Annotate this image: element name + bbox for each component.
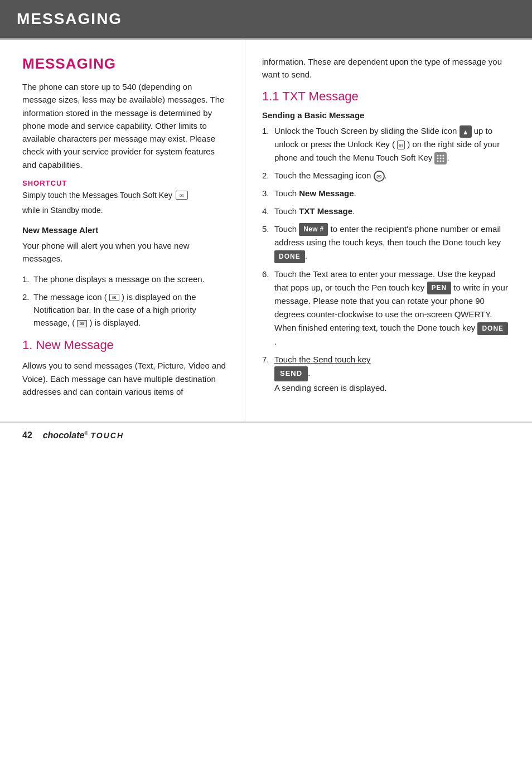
- sending-heading: Sending a Basic Message: [262, 110, 510, 120]
- list-item: 1. The phone displays a message on the s…: [22, 273, 228, 285]
- top-header: MESSAGING: [0, 0, 532, 40]
- list-item: 4. Touch TXT Message.: [262, 205, 510, 218]
- main-content: MESSAGING The phone can store up to 540 …: [0, 40, 532, 422]
- new-message-text: Allows you to send messages (Text, Pictu…: [22, 359, 228, 398]
- shortcut-text-content: Simply touch the Messages Touch Soft Key: [22, 190, 172, 201]
- messaging-icon: ✉: [374, 171, 385, 182]
- section-title: MESSAGING: [22, 55, 228, 72]
- list-item: 2. Touch the Messaging icon ✉.: [262, 169, 510, 182]
- right-intro: information. These are dependent upon th…: [262, 55, 510, 81]
- footer: 42 chocolate® TOUCH: [0, 422, 532, 448]
- brand-name: chocolate® TOUCH: [38, 430, 124, 440]
- done-button: DONE: [274, 250, 305, 263]
- shortcut-suffix: while in Standby mode.: [22, 205, 103, 216]
- msg-icon-2: ✉: [77, 320, 87, 327]
- send-button: SEND: [274, 366, 308, 381]
- menu-icon: [434, 152, 447, 164]
- list-item: 5. Touch New # to enter the recipient's …: [262, 222, 510, 263]
- list-item: 3. Touch New Message.: [262, 187, 510, 200]
- new-message-title: 1. New Message: [22, 338, 228, 352]
- list-item: 2. The message icon ( ✉ ) is displayed o…: [22, 290, 228, 330]
- shortcut-text: Simply touch the Messages Touch Soft Key…: [22, 190, 228, 216]
- shortcut-envelope-icon: ✉: [176, 191, 188, 200]
- list-item: 1. Unlock the Touch Screen by sliding th…: [262, 124, 510, 164]
- txt-section-title: 1.1 TXT Message: [262, 89, 510, 104]
- brand-chocolate: chocolate: [43, 430, 85, 440]
- pen-button: PEN: [427, 282, 452, 294]
- alert-list: 1. The phone displays a message on the s…: [22, 273, 228, 329]
- header-title: MESSAGING: [17, 10, 122, 27]
- shortcut-label: SHORTCUT: [22, 179, 228, 187]
- intro-paragraph: The phone can store up to 540 (depending…: [22, 80, 228, 171]
- unlock-key-icon: ⊞: [397, 141, 405, 149]
- new-hash-button: New #: [299, 223, 328, 236]
- brand-touch: TOUCH: [90, 431, 124, 440]
- list-item: 7. Touch the Send touch key SEND. A send…: [262, 353, 510, 395]
- list-item: 6. Touch the Text area to enter your mes…: [262, 268, 510, 348]
- msg-icon-1: ✉: [109, 294, 119, 301]
- page-number: 42: [22, 430, 32, 440]
- slide-icon: ▲: [460, 125, 472, 138]
- sending-screen-text: A sending screen is displayed.: [274, 383, 387, 393]
- alert-text: Your phone will alert you when you have …: [22, 239, 228, 265]
- left-column: MESSAGING The phone can store up to 540 …: [0, 40, 245, 422]
- done-button-2: DONE: [477, 322, 508, 335]
- alert-heading: New Message Alert: [22, 225, 228, 235]
- steps-list: 1. Unlock the Touch Screen by sliding th…: [262, 124, 510, 395]
- right-column: information. These are dependent upon th…: [245, 40, 532, 422]
